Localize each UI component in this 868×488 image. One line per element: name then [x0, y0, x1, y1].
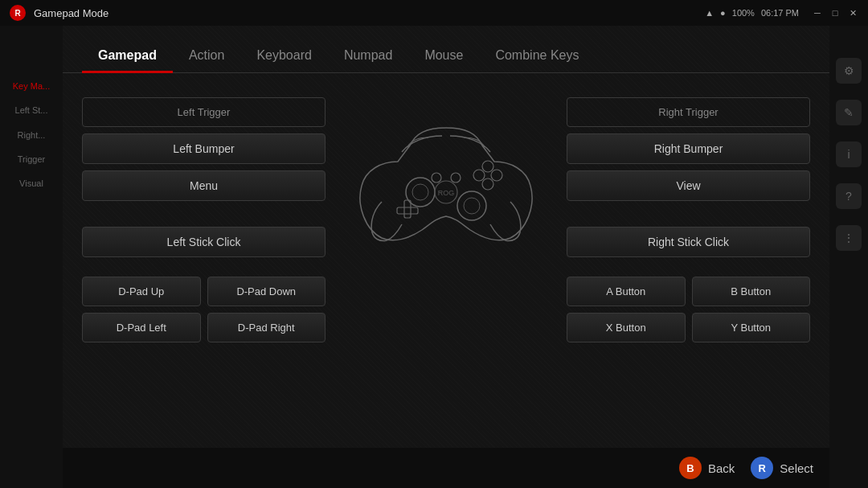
menu-button[interactable]: Menu — [82, 170, 326, 201]
title-bar-right: ▲ ● 100% 06:17 PM ─ □ ✕ — [705, 7, 858, 18]
tab-keyboard[interactable]: Keyboard — [240, 40, 328, 72]
dpad-left-button[interactable]: D-Pad Left — [82, 313, 201, 342]
dpad-down-button[interactable]: D-Pad Down — [207, 277, 326, 306]
window-title: Gamepad Mode — [34, 7, 108, 19]
wifi-icon: ▲ — [705, 8, 714, 18]
left-stick-click-button[interactable]: Left Stick Click — [82, 227, 326, 257]
clock: 06:17 PM — [761, 8, 799, 18]
controller-image: ROG — [334, 97, 559, 258]
close-button[interactable]: ✕ — [847, 7, 858, 18]
back-button[interactable]: B Back — [679, 457, 735, 479]
svg-point-6 — [432, 173, 441, 182]
content-area: Left Trigger Left Bumper Menu Left Stick… — [63, 73, 829, 488]
sidebar-item-right[interactable]: Right... — [0, 123, 63, 147]
svg-point-10 — [482, 178, 493, 190]
svg-point-13 — [482, 161, 493, 172]
tab-numpad[interactable]: Numpad — [328, 40, 408, 72]
select-label: Select — [780, 461, 813, 475]
info-icon[interactable]: i — [836, 141, 862, 167]
select-icon: R — [751, 457, 773, 479]
edit-icon[interactable]: ✎ — [836, 100, 862, 125]
sidebar: Key Ma... Left St... Right... Trigger Vi… — [0, 26, 63, 488]
main-panel: Gamepad Action Keyboard Numpad Mouse Com… — [63, 26, 829, 488]
svg-point-12 — [473, 170, 485, 181]
svg-rect-5 — [397, 207, 418, 214]
sidebar-item-left-stick[interactable]: Left St... — [0, 98, 63, 122]
bottom-bar: B Back R Select — [63, 448, 829, 488]
b-button[interactable]: B Button — [692, 277, 811, 306]
select-button[interactable]: R Select — [751, 457, 813, 479]
dpad-right-button[interactable]: D-Pad Right — [207, 313, 326, 342]
right-bumper-button[interactable]: Right Bumper — [567, 133, 810, 164]
sidebar-item-visual[interactable]: Visual — [0, 171, 63, 195]
dpad-up-button[interactable]: D-Pad Up — [82, 277, 201, 306]
x-button[interactable]: X Button — [567, 313, 686, 342]
right-sidebar: ⚙ ✎ i ? ⋮ — [829, 26, 868, 488]
left-controls: Left Trigger Left Bumper Menu Left Stick… — [82, 97, 326, 342]
app-logo: R — [10, 5, 26, 21]
maximize-button[interactable]: □ — [829, 7, 841, 18]
svg-point-3 — [464, 198, 480, 214]
view-button[interactable]: View — [567, 170, 810, 201]
face-buttons-row-1: A Button B Button — [567, 277, 810, 306]
dpad-left-right-row: D-Pad Left D-Pad Right — [82, 313, 326, 342]
dpad-up-down-row: D-Pad Up D-Pad Down — [82, 277, 326, 306]
help-icon[interactable]: ? — [836, 183, 862, 209]
svg-point-0 — [406, 178, 435, 207]
sidebar-item-key-mapping[interactable]: Key Ma... — [0, 74, 63, 98]
back-label: Back — [708, 461, 735, 475]
left-bumper-button[interactable]: Left Bumper — [82, 133, 326, 164]
tab-bar: Gamepad Action Keyboard Numpad Mouse Com… — [63, 26, 829, 73]
svg-text:ROG: ROG — [438, 189, 455, 197]
left-trigger-button[interactable]: Left Trigger — [82, 97, 326, 127]
y-button[interactable]: Y Button — [692, 313, 811, 342]
sidebar-item-trigger[interactable]: Trigger — [0, 147, 63, 171]
a-button[interactable]: A Button — [567, 277, 686, 306]
title-bar: R Gamepad Mode ▲ ● 100% 06:17 PM ─ □ ✕ — [0, 0, 868, 26]
svg-point-7 — [451, 173, 461, 182]
title-bar-left: R Gamepad Mode — [10, 5, 108, 21]
extra-icon[interactable]: ⋮ — [836, 225, 862, 251]
tab-mouse[interactable]: Mouse — [408, 40, 479, 72]
right-controls: Right Trigger Right Bumper View Right St… — [567, 97, 810, 342]
window-controls[interactable]: ─ □ ✕ — [812, 7, 858, 18]
svg-point-1 — [412, 184, 428, 200]
signal-icon: ● — [720, 8, 726, 18]
settings-icon[interactable]: ⚙ — [836, 58, 862, 84]
status-icons: ▲ ● 100% 06:17 PM — [705, 8, 799, 18]
face-buttons-row-2: X Button Y Button — [567, 313, 810, 342]
button-grid: Left Trigger Left Bumper Menu Left Stick… — [82, 89, 810, 472]
back-icon: B — [679, 457, 702, 479]
right-stick-click-button[interactable]: Right Stick Click — [567, 227, 810, 257]
tab-action[interactable]: Action — [173, 40, 240, 72]
svg-point-11 — [491, 170, 502, 181]
battery-level: 100% — [732, 8, 755, 18]
minimize-button[interactable]: ─ — [812, 7, 823, 18]
svg-point-2 — [457, 191, 486, 220]
tab-combine-keys[interactable]: Combine Keys — [479, 40, 595, 72]
right-trigger-button[interactable]: Right Trigger — [567, 97, 810, 127]
tab-gamepad[interactable]: Gamepad — [82, 40, 173, 72]
